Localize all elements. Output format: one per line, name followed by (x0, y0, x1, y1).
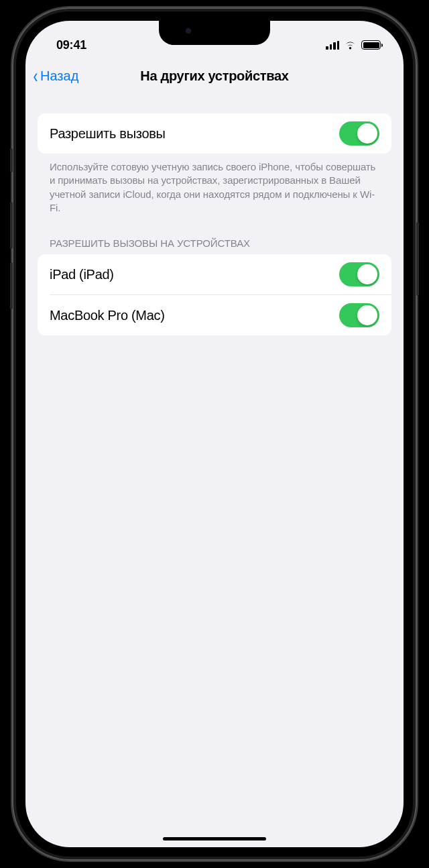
wifi-icon (344, 40, 357, 50)
device-label: MacBook Pro (Mac) (50, 308, 165, 323)
cellular-signal-icon (326, 41, 339, 50)
device-row-ipad[interactable]: iPad (iPad) (38, 254, 391, 294)
back-button-label: Назад (40, 68, 78, 84)
screen: 09:41 ‹ Назад На других устройствах (25, 21, 404, 847)
device-label: iPad (iPad) (50, 267, 114, 282)
volume-down-button (10, 262, 13, 309)
battery-icon (361, 40, 381, 50)
phone-frame: 09:41 ‹ Назад На других устройствах (12, 7, 417, 861)
devices-section-header: РАЗРЕШИТЬ ВЫЗОВЫ НА УСТРОЙСТВАХ (38, 215, 391, 254)
mute-switch (10, 148, 13, 172)
volume-up-button (10, 202, 13, 249)
allow-calls-cell[interactable]: Разрешить вызовы (38, 113, 391, 154)
device-row-macbook[interactable]: MacBook Pro (Mac) (50, 294, 391, 335)
allow-calls-toggle[interactable] (339, 121, 379, 146)
device-toggle-ipad[interactable] (339, 262, 379, 286)
allow-calls-footer: Используйте сотовую учетную запись своег… (38, 154, 391, 215)
notch (159, 21, 270, 45)
back-button[interactable]: ‹ Назад (32, 66, 78, 86)
page-title: На других устройствах (25, 68, 404, 84)
device-toggle-macbook[interactable] (339, 303, 379, 327)
chevron-left-icon: ‹ (34, 66, 38, 86)
home-indicator[interactable] (163, 837, 266, 840)
power-button (416, 222, 419, 296)
nav-bar: ‹ Назад На других устройствах (25, 57, 404, 95)
devices-group: iPad (iPad) MacBook Pro (Mac) (38, 254, 391, 335)
allow-calls-group: Разрешить вызовы (38, 113, 391, 154)
allow-calls-label: Разрешить вызовы (50, 126, 166, 142)
status-time: 09:41 (56, 38, 86, 52)
